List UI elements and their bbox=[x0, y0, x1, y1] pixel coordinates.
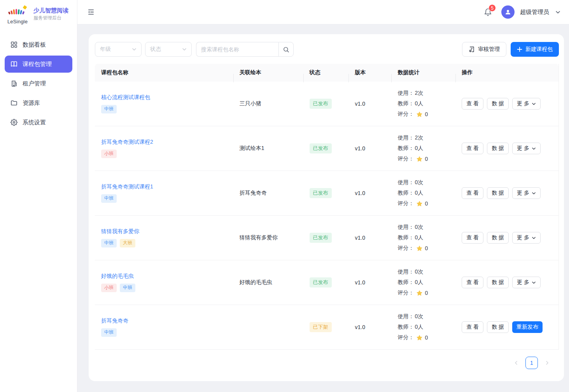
rating-value: 0 bbox=[425, 200, 428, 207]
building-icon bbox=[10, 80, 18, 87]
sidebar-item-label: 数据看板 bbox=[23, 41, 46, 49]
course-package-link[interactable]: 猜猜我有多爱你 bbox=[101, 228, 227, 235]
menu-fold-icon[interactable] bbox=[85, 6, 97, 18]
teachers-value: 0人 bbox=[415, 145, 423, 152]
next-page-icon[interactable] bbox=[541, 357, 553, 369]
star-icon bbox=[416, 335, 423, 341]
table-body: 核心流程测试课程包 中班 三只小猪 已发布 v1.0 使用：2次 教师：0人 评… bbox=[95, 82, 558, 350]
republish-button[interactable]: 重新发布 bbox=[512, 321, 543, 333]
usage-label: 使用： bbox=[397, 224, 414, 231]
course-package-table: 课程包名称 关联绘本 状态 版本 数据统计 操作 核心流程测试课程包 中班 三只… bbox=[95, 64, 559, 350]
teachers-value: 0人 bbox=[415, 279, 423, 286]
sidebar-item-resources[interactable]: 资源库 bbox=[5, 94, 72, 112]
teachers-value: 0人 bbox=[415, 190, 423, 197]
view-button[interactable]: 查 看 bbox=[462, 277, 483, 288]
grade-filter-select[interactable]: 年级 bbox=[95, 42, 142, 57]
more-button[interactable]: 更 多 bbox=[512, 277, 541, 288]
brand-name: LeSingle bbox=[5, 19, 30, 24]
data-button[interactable]: 数 据 bbox=[487, 321, 509, 333]
page-number-button[interactable]: 1 bbox=[525, 357, 538, 369]
star-icon bbox=[416, 156, 423, 162]
usage-label: 使用： bbox=[397, 179, 414, 186]
sidebar-item-settings[interactable]: 系统设置 bbox=[5, 114, 72, 131]
status-badge: 已发布 bbox=[310, 143, 332, 153]
grade-filter-placeholder: 年级 bbox=[100, 46, 111, 53]
data-button[interactable]: 数 据 bbox=[487, 98, 509, 110]
table-header-row: 课程包名称 关联绘本 状态 版本 数据统计 操作 bbox=[95, 64, 558, 82]
teachers-label: 教师： bbox=[397, 190, 414, 197]
grade-tags: 中班大班 bbox=[101, 239, 227, 247]
teachers-label: 教师： bbox=[397, 145, 414, 152]
chevron-down-icon[interactable] bbox=[555, 10, 560, 15]
sidebar-item-dashboard[interactable]: 数据看板 bbox=[5, 36, 72, 53]
grade-tags: 中班 bbox=[101, 328, 227, 337]
related-book: 折耳兔奇奇 bbox=[233, 190, 303, 197]
rating-label: 评分： bbox=[397, 245, 414, 252]
user-name[interactable]: 超级管理员 bbox=[520, 9, 549, 16]
more-button[interactable]: 更 多 bbox=[512, 187, 541, 199]
row-actions: 查 看 数 据 更 多 重新发布 bbox=[455, 232, 558, 244]
more-button[interactable]: 更 多 bbox=[512, 98, 541, 110]
related-book: 测试绘本1 bbox=[233, 145, 303, 152]
course-package-link[interactable]: 核心流程测试课程包 bbox=[101, 94, 227, 101]
row-actions: 查 看 数 据 更 多 重新发布 bbox=[455, 143, 558, 154]
column-header-status: 状态 bbox=[303, 69, 349, 76]
view-button[interactable]: 查 看 bbox=[462, 321, 483, 333]
view-button[interactable]: 查 看 bbox=[462, 143, 483, 154]
table-row: 折耳兔奇奇测试课程1 中班 折耳兔奇奇 已发布 v1.0 使用：0次 教师：0人… bbox=[95, 171, 558, 216]
chevron-down-icon bbox=[532, 146, 536, 151]
search-button[interactable] bbox=[278, 42, 294, 57]
usage-value: 2次 bbox=[415, 134, 423, 141]
data-button[interactable]: 数 据 bbox=[487, 232, 509, 244]
sidebar-item-course-packages[interactable]: 课程包管理 bbox=[5, 56, 72, 73]
column-header-name: 课程包名称 bbox=[95, 69, 233, 76]
usage-label: 使用： bbox=[397, 90, 414, 97]
logo-bars-icon bbox=[9, 9, 24, 14]
notification-count-badge: 5 bbox=[488, 4, 496, 12]
chevron-down-icon bbox=[532, 191, 536, 195]
course-package-link[interactable]: 折耳兔奇奇测试课程1 bbox=[101, 183, 227, 190]
more-button[interactable]: 更 多 bbox=[512, 143, 541, 154]
search-icon bbox=[283, 46, 289, 53]
rating-label: 评分： bbox=[397, 111, 414, 118]
pagination: 1 bbox=[95, 350, 559, 369]
course-package-link[interactable]: 折耳兔奇奇测试课程2 bbox=[101, 139, 227, 146]
course-package-link[interactable]: 好饿的毛毛虫 bbox=[101, 273, 227, 280]
teachers-value: 0人 bbox=[415, 100, 423, 107]
grade-tag: 小班 bbox=[101, 150, 117, 158]
folder-icon bbox=[10, 99, 18, 107]
view-button[interactable]: 查 看 bbox=[462, 187, 483, 199]
course-package-link[interactable]: 折耳兔奇奇 bbox=[101, 317, 227, 324]
avatar[interactable] bbox=[501, 5, 515, 19]
data-button[interactable]: 数 据 bbox=[487, 277, 509, 288]
sidebar-item-label: 系统设置 bbox=[23, 119, 46, 126]
more-label: 更 多 bbox=[517, 279, 529, 286]
star-icon bbox=[416, 290, 423, 296]
status-filter-select[interactable]: 状态 bbox=[145, 42, 192, 57]
more-button[interactable]: 更 多 bbox=[512, 232, 541, 244]
teachers-value: 0人 bbox=[415, 324, 423, 331]
notification-bell-icon[interactable]: 5 bbox=[483, 7, 493, 17]
data-button[interactable]: 数 据 bbox=[487, 143, 509, 154]
star-icon bbox=[416, 245, 423, 252]
rating-value: 0 bbox=[425, 245, 428, 251]
brand-subtitle: 服务管理后台 bbox=[33, 15, 68, 21]
gear-icon bbox=[10, 118, 18, 126]
table-row: 折耳兔奇奇 中班 已下架 v1.0 使用：0次 教师：0人 评分： 0 查 看 … bbox=[95, 305, 558, 350]
sidebar-item-tenants[interactable]: 租户管理 bbox=[5, 75, 72, 92]
search-input[interactable] bbox=[196, 42, 278, 57]
data-button[interactable]: 数 据 bbox=[487, 187, 509, 199]
brand: LeSingle 少儿智慧阅读 服务管理后台 bbox=[0, 0, 77, 28]
grade-tags: 中班 bbox=[101, 194, 227, 203]
usage-value: 2次 bbox=[415, 90, 423, 97]
stats: 使用：0次 教师：0人 评分： 0 bbox=[391, 179, 455, 207]
grade-tags: 中班 bbox=[101, 105, 227, 113]
review-management-button[interactable]: 审核管理 bbox=[462, 42, 506, 57]
view-button[interactable]: 查 看 bbox=[462, 232, 483, 244]
view-button[interactable]: 查 看 bbox=[462, 98, 483, 110]
brand-title: 少儿智慧阅读 bbox=[33, 7, 68, 14]
row-actions: 查 看 数 据 更 多 重新发布 bbox=[455, 277, 558, 288]
search-group bbox=[196, 42, 294, 57]
previous-page-icon[interactable] bbox=[510, 357, 522, 369]
create-course-package-button[interactable]: 新建课程包 bbox=[511, 42, 559, 57]
